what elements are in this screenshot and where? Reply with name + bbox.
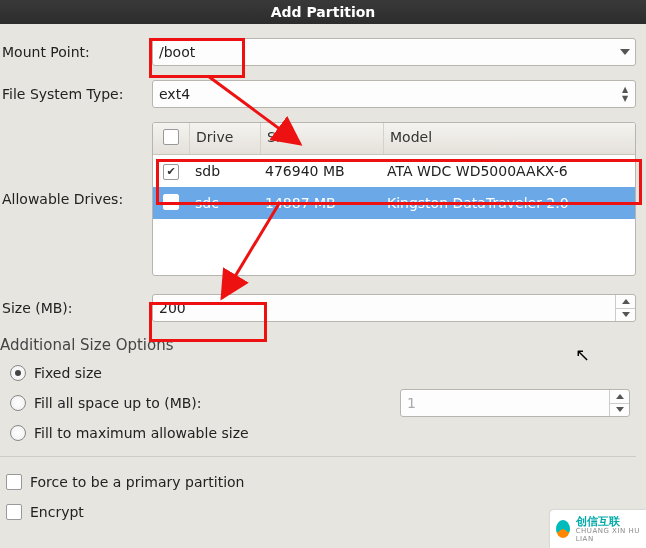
drive-checkbox-sdc[interactable] bbox=[163, 194, 179, 210]
header-drive[interactable]: Drive bbox=[190, 123, 261, 154]
watermark-line1: 创信互联 bbox=[576, 516, 640, 527]
mount-point-combo[interactable]: /boot bbox=[152, 38, 636, 66]
drive-row-sdc[interactable]: sdc 14887 MB Kingston DataTraveler 2.0 bbox=[153, 187, 635, 219]
chevron-up-icon: ▲ bbox=[622, 85, 628, 94]
header-model[interactable]: Model bbox=[384, 123, 635, 154]
option-fill-up-to-label: Fill all space up to (MB): bbox=[34, 395, 202, 411]
allowable-drives-label: Allowable Drives: bbox=[0, 191, 152, 207]
radio-fill-up-to[interactable] bbox=[10, 395, 26, 411]
mount-point-dropdown-button[interactable] bbox=[615, 39, 635, 65]
drive-model: ATA WDC WD5000AAKX-6 bbox=[381, 163, 635, 179]
force-primary-checkbox[interactable] bbox=[6, 474, 22, 490]
option-fixed-size-label: Fixed size bbox=[34, 365, 102, 381]
size-value: 200 bbox=[159, 300, 186, 316]
mount-point-label: Mount Point: bbox=[0, 44, 152, 60]
size-row: Size (MB): 200 bbox=[0, 294, 636, 322]
header-checkbox-column[interactable] bbox=[153, 123, 190, 154]
radio-fixed-size[interactable] bbox=[10, 365, 26, 381]
additional-size-options: Fixed size Fill all space up to (MB): 1 bbox=[0, 354, 636, 448]
fs-type-row: File System Type: ext4 ▲ ▼ bbox=[0, 80, 636, 108]
header-size[interactable]: Size bbox=[261, 123, 384, 154]
encrypt-checkbox[interactable] bbox=[6, 504, 22, 520]
dialog-body: Mount Point: /boot File System Type: ext… bbox=[0, 24, 646, 527]
force-primary-label: Force to be a primary partition bbox=[30, 474, 244, 490]
fill-up-to-spin-up[interactable] bbox=[609, 390, 629, 403]
size-label: Size (MB): bbox=[0, 300, 152, 316]
size-spinbox[interactable]: 200 bbox=[152, 294, 636, 322]
chevron-down-icon bbox=[622, 312, 630, 317]
drive-size: 14887 MB bbox=[259, 195, 381, 211]
mount-point-value: /boot bbox=[159, 44, 195, 60]
fs-type-label: File System Type: bbox=[0, 86, 152, 102]
window-title: Add Partition bbox=[271, 4, 376, 20]
radio-fill-max[interactable] bbox=[10, 425, 26, 441]
fs-type-value: ext4 bbox=[159, 86, 190, 102]
encrypt-label: Encrypt bbox=[30, 504, 84, 520]
option-fill-max-label: Fill to maximum allowable size bbox=[34, 425, 249, 441]
option-fill-max[interactable]: Fill to maximum allowable size bbox=[10, 418, 636, 448]
drives-header: Drive Size Model bbox=[153, 123, 635, 155]
mount-point-row: Mount Point: /boot bbox=[0, 38, 636, 66]
allowable-drives-row: Allowable Drives: Drive Size Model sdb 4… bbox=[0, 122, 636, 276]
watermark-logo-icon bbox=[556, 520, 570, 538]
drives-empty-space bbox=[153, 219, 635, 275]
fs-type-updown[interactable]: ▲ ▼ bbox=[615, 81, 635, 107]
option-fixed-size[interactable]: Fixed size bbox=[10, 358, 636, 388]
title-bar: Add Partition bbox=[0, 0, 646, 24]
fill-up-to-spinbox[interactable]: 1 bbox=[400, 389, 630, 417]
fill-up-to-spin-down[interactable] bbox=[609, 403, 629, 417]
drive-row-sdb[interactable]: sdb 476940 MB ATA WDC WD5000AAKX-6 bbox=[153, 155, 635, 187]
chevron-up-icon bbox=[622, 299, 630, 304]
force-primary-row[interactable]: Force to be a primary partition bbox=[0, 467, 636, 497]
option-fill-up-to[interactable]: Fill all space up to (MB): 1 bbox=[10, 388, 636, 418]
add-partition-dialog: Add Partition Mount Point: /boot File Sy… bbox=[0, 0, 646, 548]
fill-up-to-spin-buttons bbox=[609, 390, 629, 416]
separator bbox=[0, 456, 636, 457]
watermark-line2: CHUANG XIN HU LIAN bbox=[576, 527, 640, 543]
size-spin-up[interactable] bbox=[615, 295, 635, 308]
chevron-down-icon bbox=[620, 49, 630, 55]
chevron-down-icon: ▼ bbox=[622, 94, 628, 103]
drive-checkbox-sdb[interactable] bbox=[163, 164, 179, 180]
fill-up-to-value: 1 bbox=[407, 395, 416, 411]
fs-type-combo[interactable]: ext4 bbox=[152, 80, 636, 108]
drives-table: Drive Size Model sdb 476940 MB ATA WDC W… bbox=[152, 122, 636, 276]
drive-name: sdb bbox=[189, 163, 259, 179]
watermark: 创信互联 CHUANG XIN HU LIAN bbox=[550, 510, 646, 548]
chevron-up-icon bbox=[616, 394, 624, 399]
drive-name: sdc bbox=[189, 195, 259, 211]
additional-size-options-label: Additional Size Options bbox=[0, 336, 636, 354]
drive-size: 476940 MB bbox=[259, 163, 381, 179]
checkbox-icon bbox=[163, 129, 179, 145]
chevron-down-icon bbox=[616, 407, 624, 412]
size-spin-down[interactable] bbox=[615, 308, 635, 322]
encrypt-row[interactable]: Encrypt bbox=[0, 497, 636, 527]
size-spin-buttons bbox=[615, 295, 635, 321]
drive-model: Kingston DataTraveler 2.0 bbox=[381, 195, 635, 211]
